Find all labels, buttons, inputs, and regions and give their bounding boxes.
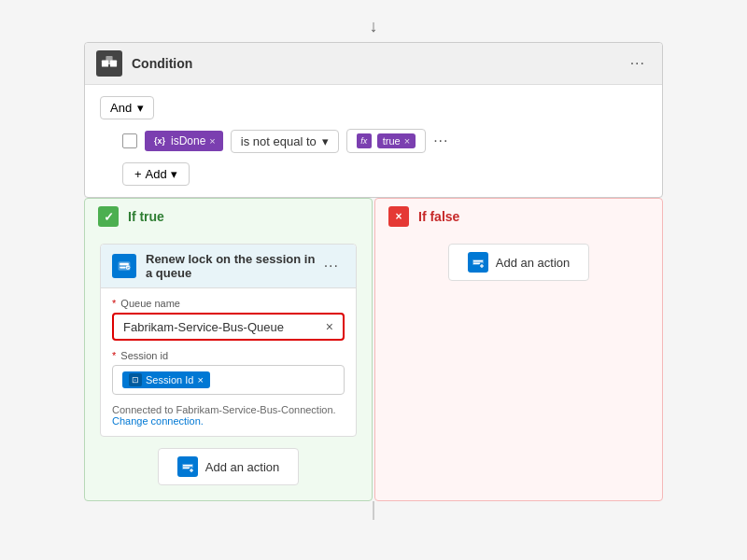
add-action-container: Add an action [100,448,357,485]
queue-value: Fabrikam-Service-Bus-Queue [123,320,284,334]
branches-container: ✓ If true [84,198,663,501]
svg-rect-9 [183,468,190,469]
add-action-label-true: Add an action [205,460,280,474]
session-icon: ⊡ [129,373,142,386]
condition-header: Condition ··· [85,43,662,85]
queue-name-input[interactable]: Fabrikam-Service-Bus-Queue × [112,313,345,341]
tag-label: isDone [171,134,205,147]
action-title: Renew lock on the session in a queue [146,252,318,280]
is-done-tag: {x} isDone × [145,131,223,151]
bottom-lines [373,501,374,520]
add-icon-svg-false [472,256,485,269]
svg-rect-8 [183,465,192,467]
required-star-2: * [112,350,116,361]
if-true-section: ✓ If true [84,198,373,501]
session-id-input[interactable]: ⊡ Session Id × [112,365,345,395]
condition-title: Condition [132,56,625,71]
if-false-section: × If false Add an act [374,198,663,501]
add-condition-button[interactable]: + Add ▾ [122,162,190,186]
action-more-button[interactable]: ··· [318,256,345,276]
session-tag: ⊡ Session Id × [122,371,210,388]
value-close-button[interactable]: × [404,135,410,147]
action-icon [112,254,136,278]
add-icon-svg [181,460,194,473]
svg-rect-14 [473,260,483,262]
plus-icon: + [134,167,142,181]
queue-name-label: * Queue name [112,298,345,309]
svg-rect-5 [120,267,125,269]
session-id-label: * Session id [112,350,345,361]
chevron-down-icon-add: ▾ [171,167,177,181]
value-label: true [383,135,401,147]
true-tag: true × [377,133,416,148]
session-tag-close[interactable]: × [197,374,203,385]
condition-icon [96,50,122,77]
change-connection-link[interactable]: Change connection. [112,415,204,427]
condition-row: {x} isDone × is not equal to ▾ fx true × [122,129,647,153]
action-body: * Queue name Fabrikam-Service-Bus-Queue … [101,288,356,436]
action-card-header: Renew lock on the session in a queue ··· [101,245,356,288]
add-action-button-false[interactable]: Add an action [448,244,590,281]
and-label: And [110,101,132,115]
add-action-icon [177,456,198,477]
add-label: Add [146,167,167,181]
tag-close-button[interactable]: × [209,135,215,147]
required-star: * [112,298,116,309]
clear-queue-icon[interactable]: × [326,319,333,334]
action-card: Renew lock on the session in a queue ···… [100,244,357,437]
add-action-button-true[interactable]: Add an action [158,448,300,485]
action-icon-svg [117,259,132,273]
if-true-title: If true [128,209,164,224]
session-tag-label: Session Id [146,374,193,385]
svg-rect-2 [106,56,112,63]
if-false-header: × If false [375,199,662,234]
and-dropdown[interactable]: And ▾ [100,96,154,119]
condition-more-button[interactable]: ··· [625,53,651,74]
bottom-line [373,501,374,520]
if-true-header: ✓ If true [85,199,372,234]
chevron-down-icon: ▾ [137,101,144,115]
chevron-down-icon-op: ▾ [322,134,329,148]
and-row: And ▾ [100,96,647,119]
connection-info: Connected to Fabrikam-Service-Bus-Connec… [112,404,345,427]
connection-text: Connected to Fabrikam-Service-Bus-Connec… [112,404,336,415]
condition-icon-svg [101,55,118,72]
var-icon: {x} [152,133,167,148]
svg-rect-15 [473,263,480,265]
add-action-label-false: Add an action [496,256,571,270]
value-box: fx true × [346,129,426,153]
down-arrow: ↓ [370,17,378,36]
operator-dropdown[interactable]: is not equal to ▾ [231,130,339,153]
condition-block: Condition ··· And ▾ {x} isDone × [84,42,663,198]
operator-label: is not equal to [241,134,317,148]
add-action-icon-false [468,252,488,273]
if-false-body: Add an action [375,234,662,296]
fx-icon: fx [357,133,372,148]
check-icon: ✓ [98,206,119,227]
if-true-body: Renew lock on the session in a queue ···… [85,234,372,500]
condition-checkbox[interactable] [122,133,137,148]
condition-row-more-button[interactable]: ··· [433,133,448,149]
if-false-title: If false [418,209,459,224]
condition-body: And ▾ {x} isDone × is not equal to ▾ [85,85,662,197]
svg-rect-4 [120,263,129,265]
x-icon: × [388,206,409,227]
svg-point-6 [126,265,131,270]
